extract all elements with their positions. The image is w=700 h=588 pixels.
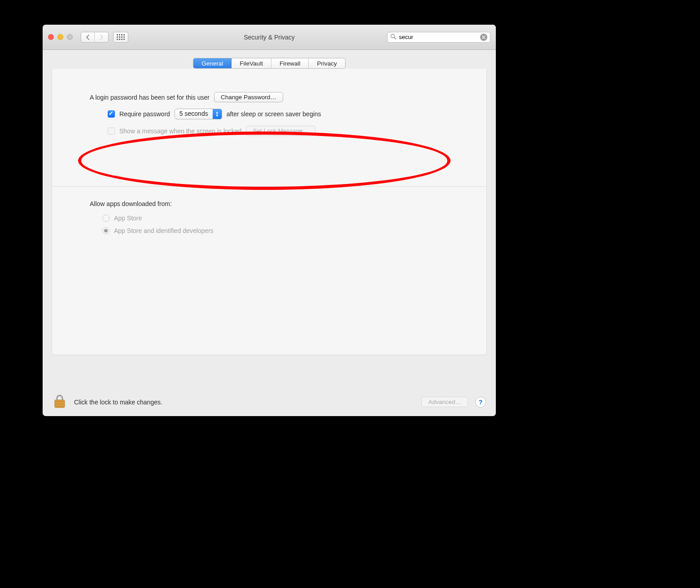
tab-label: FileVault	[240, 60, 263, 67]
tab-privacy[interactable]: Privacy	[309, 58, 345, 68]
panel-card: A login password has been set for this u…	[52, 69, 487, 355]
close-icon	[482, 35, 486, 39]
general-panel: A login password has been set for this u…	[52, 69, 487, 387]
content-area: General FileVault Firewall Privacy A log…	[43, 50, 496, 387]
show-message-row: Show a message when the screen is locked…	[90, 126, 454, 136]
forward-button[interactable]	[95, 32, 108, 42]
clear-search-button[interactable]	[480, 34, 487, 41]
chevron-left-icon	[86, 35, 90, 40]
popup-value: 5 seconds	[175, 109, 213, 119]
popup-arrows-icon: ▲▼	[213, 109, 222, 119]
svg-rect-5	[55, 404, 65, 405]
radio-app-store	[102, 215, 109, 222]
tab-filevault[interactable]: FileVault	[232, 58, 271, 68]
footer: Click the lock to make changes. Advanced…	[43, 387, 496, 416]
system-preferences-window: Security & Privacy General FileVault Fir…	[43, 25, 496, 416]
change-password-button[interactable]: Change Password…	[214, 92, 283, 102]
show-message-label: Show a message when the screen is locked	[119, 127, 241, 135]
svg-rect-3	[55, 401, 65, 402]
show-message-checkbox	[108, 127, 115, 135]
toolbar: Security & Privacy	[43, 25, 496, 50]
set-lock-message-button: Set Lock Message…	[246, 126, 315, 136]
back-button[interactable]	[81, 32, 95, 42]
tab-label: Firewall	[280, 60, 301, 67]
svg-line-1	[394, 37, 396, 39]
chevron-right-icon	[99, 35, 104, 40]
annotation-ellipse	[78, 132, 451, 190]
show-all-button[interactable]	[113, 32, 128, 43]
nav-back-forward	[81, 32, 109, 43]
search-field[interactable]	[387, 32, 490, 43]
require-password-delay-popup[interactable]: 5 seconds ▲▼	[175, 109, 222, 119]
require-password-row: Require password 5 seconds ▲▼ after slee…	[90, 109, 454, 119]
radio-identified-developers	[102, 227, 109, 234]
tab-firewall[interactable]: Firewall	[271, 58, 309, 68]
minimize-button[interactable]	[57, 34, 63, 40]
require-password-checkbox[interactable]	[108, 110, 115, 118]
login-password-text: A login password has been set for this u…	[90, 94, 210, 101]
search-input[interactable]	[399, 34, 477, 40]
tab-label: General	[201, 60, 223, 67]
lock-button[interactable]	[52, 394, 67, 410]
svg-rect-6	[55, 406, 65, 407]
search-icon	[390, 34, 396, 41]
allow-apps-app-store: App Store	[102, 215, 454, 222]
allow-apps-heading: Allow apps downloaded from:	[90, 200, 454, 207]
svg-rect-4	[55, 403, 65, 404]
login-password-row: A login password has been set for this u…	[90, 92, 454, 102]
radio-label: App Store	[114, 215, 142, 222]
allow-apps-identified: App Store and identified developers	[102, 227, 454, 234]
zoom-button[interactable]	[67, 34, 73, 40]
window-title: Security & Privacy	[244, 34, 295, 41]
require-password-label: Require password	[119, 110, 170, 118]
advanced-button[interactable]: Advanced…	[421, 397, 468, 407]
window-controls	[48, 34, 73, 40]
lock-icon	[52, 394, 67, 409]
radio-label: App Store and identified developers	[114, 227, 214, 234]
close-button[interactable]	[48, 34, 54, 40]
divider	[52, 186, 486, 187]
tab-label: Privacy	[317, 60, 337, 67]
tab-bar: General FileVault Firewall Privacy	[52, 58, 487, 69]
lock-hint-text: Click the lock to make changes.	[74, 399, 162, 406]
grid-icon	[117, 34, 125, 40]
tab-general[interactable]: General	[193, 58, 232, 68]
help-button[interactable]: ?	[475, 397, 486, 408]
after-sleep-text: after sleep or screen saver begins	[227, 110, 321, 118]
